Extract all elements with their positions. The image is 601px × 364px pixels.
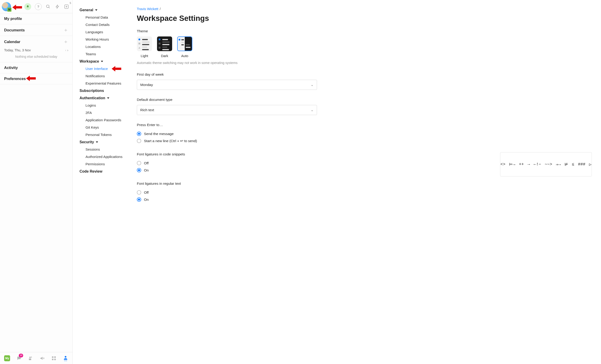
radio-lig-text-on[interactable]: On bbox=[137, 196, 592, 203]
ligature-sample: ~~> bbox=[545, 162, 552, 167]
nav-item-logins[interactable]: Logins bbox=[80, 102, 131, 109]
first-day-select[interactable]: Monday ⌄ bbox=[137, 80, 317, 90]
add-calendar-icon[interactable]: ＋ bbox=[63, 39, 68, 44]
help-icon[interactable]: ? bbox=[35, 3, 42, 10]
left-panel: M ? 5 My profile bbox=[0, 0, 73, 364]
svg-point-18 bbox=[66, 360, 67, 361]
ligature-sample: <> bbox=[500, 162, 505, 167]
add-document-icon[interactable]: ＋ bbox=[63, 28, 68, 32]
theme-hint-text: Automatic theme switching may not work i… bbox=[137, 61, 592, 65]
annotation-arrow-icon bbox=[26, 76, 36, 81]
breadcrumb-separator: / bbox=[160, 7, 161, 11]
left-topbar: M ? 5 bbox=[0, 0, 72, 13]
theme-section: Theme Light Dark bbox=[137, 29, 592, 65]
calendar-preview: Today, Thu, 3 Nov ‹ › Nothing else sched… bbox=[0, 47, 72, 62]
theme-option-auto[interactable]: Auto bbox=[177, 36, 192, 58]
svg-marker-7 bbox=[26, 76, 36, 81]
sidebar-item-documents[interactable]: Documents ＋ bbox=[0, 24, 72, 36]
nav-item-2fa[interactable]: 2FA bbox=[80, 109, 131, 116]
first-day-label: First day of week bbox=[137, 72, 592, 77]
nav-item-sessions[interactable]: Sessions bbox=[80, 146, 131, 153]
svg-point-16 bbox=[64, 360, 65, 361]
breadcrumb: Travis Wickett / bbox=[137, 7, 592, 11]
sidebar-item-label: My profile bbox=[4, 17, 22, 21]
nav-group-security[interactable]: Security bbox=[80, 138, 131, 146]
nav-item-application-passwords[interactable]: Application Passwords bbox=[80, 116, 131, 124]
nav-item-locations[interactable]: Locations bbox=[80, 43, 131, 51]
theme-option-light[interactable]: Light bbox=[137, 36, 152, 58]
radio-label: On bbox=[144, 198, 149, 202]
new-item-icon[interactable]: 5 bbox=[64, 4, 69, 10]
sidebar-item-calendar[interactable]: Calendar ＋ bbox=[0, 36, 72, 47]
svg-marker-19 bbox=[112, 66, 121, 71]
nav-item-notifications[interactable]: Notifications bbox=[80, 72, 131, 80]
nav-item-experimental-features[interactable]: Experimental Features bbox=[80, 80, 131, 87]
sidebar-item-label: Calendar bbox=[4, 40, 20, 44]
nav-item-working-hours[interactable]: Working Hours bbox=[80, 36, 131, 43]
nav-group-code-review[interactable]: Code Review bbox=[80, 168, 131, 175]
svg-rect-14 bbox=[54, 358, 56, 360]
nav-item-languages[interactable]: Languages bbox=[80, 29, 131, 36]
sidebar-item-preferences[interactable]: Preferences bbox=[0, 73, 72, 84]
sidebar-item-activity[interactable]: Activity bbox=[0, 62, 72, 73]
svg-rect-10 bbox=[31, 357, 32, 358]
radio-label: On bbox=[144, 168, 149, 172]
nav-item-teams[interactable]: Teams bbox=[80, 51, 131, 58]
announce-icon[interactable] bbox=[40, 355, 45, 362]
radio-lig-text-off[interactable]: Off bbox=[137, 189, 592, 196]
caret-down-icon bbox=[101, 61, 103, 62]
calendar-next-icon[interactable]: › bbox=[67, 48, 68, 52]
theme-option-label: Auto bbox=[181, 54, 188, 58]
nav-item-authorized-applications[interactable]: Authorized Applications bbox=[80, 153, 131, 161]
select-value: Monday bbox=[140, 83, 153, 87]
sidebar-item-my-profile[interactable]: My profile bbox=[0, 13, 72, 24]
avatar[interactable]: M bbox=[2, 2, 11, 11]
ligature-sample: → bbox=[527, 162, 530, 167]
theme-thumb-auto bbox=[177, 36, 192, 51]
select-value: Rich text bbox=[140, 108, 154, 112]
ligature-sample: ⊭ bbox=[565, 162, 568, 167]
settings-nav: General Personal Data Contact Details La… bbox=[73, 0, 134, 364]
nav-group-authentication[interactable]: Authentication bbox=[80, 94, 131, 102]
nav-group-workspace[interactable]: Workspace bbox=[80, 58, 131, 65]
nav-item-personal-tokens[interactable]: Personal Tokens bbox=[80, 131, 131, 138]
svg-point-15 bbox=[65, 356, 66, 357]
radio-send-message[interactable]: Send the message bbox=[137, 130, 592, 137]
apps-icon[interactable] bbox=[51, 355, 57, 362]
nav-group-general[interactable]: General bbox=[80, 6, 131, 14]
nav-item-permissions[interactable]: Permissions bbox=[80, 161, 131, 168]
doc-type-select[interactable]: Rich text ⌄ bbox=[137, 105, 317, 115]
svg-point-17 bbox=[65, 360, 66, 361]
nav-item-user-interface[interactable]: User Interface bbox=[80, 65, 131, 72]
nav-item-git-keys[interactable]: Git Keys bbox=[80, 124, 131, 131]
profile-more-icon[interactable] bbox=[63, 355, 68, 362]
search-icon[interactable] bbox=[45, 4, 51, 10]
nav-item-contact-details[interactable]: Contact Details bbox=[80, 21, 131, 29]
radio-label: Start a new line (Ctrl + ↩ to send) bbox=[144, 139, 197, 143]
nav-item-personal-data[interactable]: Personal Data bbox=[80, 14, 131, 21]
breadcrumb-user-link[interactable]: Travis Wickett bbox=[137, 7, 158, 11]
ligature-sample: ⇒→ bbox=[556, 162, 561, 167]
press-enter-label: Press Enter to… bbox=[137, 123, 592, 127]
svg-point-8 bbox=[29, 357, 31, 358]
ligature-sample: ▷ bbox=[589, 162, 591, 167]
theme-label: Theme bbox=[137, 29, 592, 33]
nav-group-subscriptions[interactable]: Subscriptions bbox=[80, 87, 131, 94]
calendar-today-label: Today, Thu, 3 Nov bbox=[4, 48, 31, 52]
radio-new-line[interactable]: Start a new line (Ctrl + ↩ to send) bbox=[137, 137, 592, 144]
new-item-count: 5 bbox=[70, 2, 71, 4]
team-icon[interactable] bbox=[28, 355, 33, 362]
main-content: Travis Wickett / Workspace Settings Them… bbox=[134, 0, 601, 364]
doc-type-label: Default document type bbox=[137, 98, 592, 102]
chats-badge: 13 bbox=[19, 354, 23, 357]
caret-down-icon bbox=[107, 97, 109, 99]
notifications-icon[interactable] bbox=[24, 3, 31, 10]
left-bottom-bar: My 13 bbox=[0, 352, 72, 364]
chats-icon[interactable]: 13 bbox=[16, 355, 22, 362]
quick-action-icon[interactable] bbox=[55, 4, 60, 10]
calendar-prev-icon[interactable]: ‹ bbox=[65, 48, 66, 52]
ligatures-text-label: Font ligatures in regular text bbox=[137, 182, 592, 186]
theme-option-dark[interactable]: Dark bbox=[157, 36, 172, 58]
radio-label: Send the message bbox=[144, 132, 173, 136]
my-chip-icon[interactable]: My bbox=[4, 355, 10, 361]
